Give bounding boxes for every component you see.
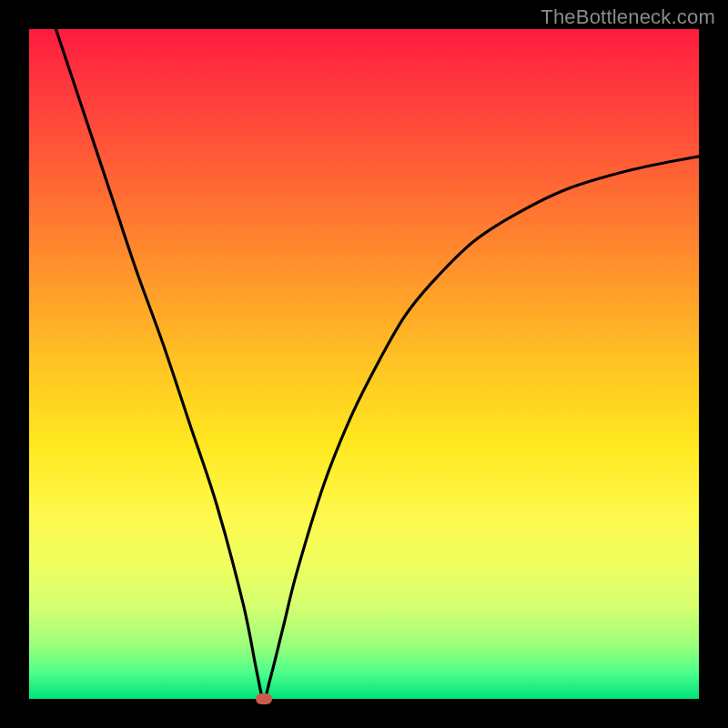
chart-frame: TheBottleneck.com xyxy=(0,0,728,728)
minimum-marker xyxy=(256,693,272,704)
bottleneck-curve xyxy=(29,29,699,699)
plot-area xyxy=(29,29,699,699)
watermark-text: TheBottleneck.com xyxy=(541,5,715,29)
